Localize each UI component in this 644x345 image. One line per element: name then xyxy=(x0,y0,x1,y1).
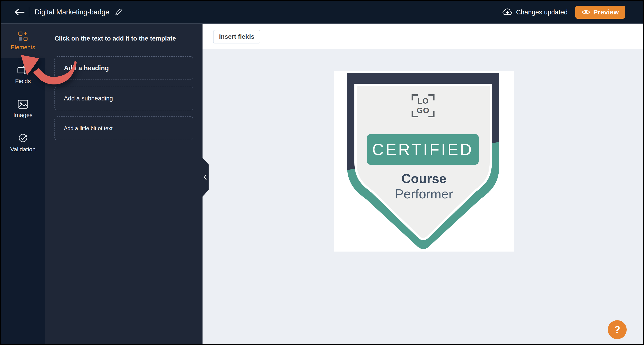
help-button[interactable]: ? xyxy=(608,320,627,339)
sidebar: Elements Fields Images Validation xyxy=(1,24,45,345)
add-subheading-option[interactable]: Add a subheading xyxy=(54,87,193,110)
add-subheading-label: Add a subheading xyxy=(64,95,113,102)
badge-banner[interactable]: CERTIFIED xyxy=(367,134,478,165)
cloud-upload-icon xyxy=(502,8,512,16)
image-icon xyxy=(18,100,28,109)
save-status: Changes updated xyxy=(502,8,568,16)
badge-banner-text: CERTIFIED xyxy=(372,140,474,159)
elements-panel: Click on the text to add it to the templ… xyxy=(45,24,202,345)
topbar-right-group: Changes updated Preview xyxy=(502,6,643,19)
sidebar-item-images[interactable]: Images xyxy=(1,92,45,126)
sidebar-item-fields[interactable]: Fields xyxy=(1,58,45,92)
field-text-cursor-icon xyxy=(17,66,28,75)
logo-line2: GO xyxy=(412,106,434,115)
save-status-label: Changes updated xyxy=(516,9,568,16)
insert-fields-button[interactable]: Insert fields xyxy=(213,30,260,44)
sidebar-item-validation[interactable]: Validation xyxy=(1,126,45,160)
design-canvas[interactable]: LO GO CERTIFIED Course Performer xyxy=(202,49,644,345)
sidebar-item-label: Elements xyxy=(11,44,35,51)
panel-heading: Click on the text to add it to the templ… xyxy=(54,35,176,42)
edit-title-button[interactable] xyxy=(114,8,122,16)
arrow-left-icon xyxy=(14,9,24,16)
topbar-bottom-border xyxy=(1,24,643,24)
badge-template[interactable]: LO GO CERTIFIED Course Performer xyxy=(334,71,514,251)
badge-editor-window: Digital Marketing-badge Changes updated xyxy=(0,0,644,345)
badge-title-text[interactable]: Course xyxy=(334,171,514,186)
elements-grid-plus-icon xyxy=(18,31,28,41)
badge-subtitle-text[interactable]: Performer xyxy=(334,187,514,201)
pencil-icon xyxy=(114,8,122,16)
sidebar-item-elements[interactable]: Elements xyxy=(1,24,45,58)
check-circle-icon xyxy=(18,133,28,143)
sidebar-item-label: Images xyxy=(13,112,32,119)
add-heading-label: Add a heading xyxy=(64,64,109,72)
top-bar: Digital Marketing-badge Changes updated xyxy=(1,1,643,24)
preview-button[interactable]: Preview xyxy=(575,6,625,19)
topbar-divider xyxy=(29,7,29,17)
chevron-left-icon xyxy=(203,174,207,180)
panel-collapse-handle[interactable] xyxy=(202,158,208,197)
logo-placeholder-text: LO GO xyxy=(412,96,434,115)
sidebar-item-label: Validation xyxy=(10,146,36,153)
canvas-toolbar: Insert fields xyxy=(202,24,644,49)
preview-button-label: Preview xyxy=(593,8,619,16)
back-button[interactable] xyxy=(14,8,25,17)
logo-placeholder[interactable]: LO GO xyxy=(412,94,434,117)
template-title: Digital Marketing-badge xyxy=(35,8,109,16)
add-text-label: Add a little bit of text xyxy=(64,125,112,132)
add-text-option[interactable]: Add a little bit of text xyxy=(54,116,193,140)
logo-line1: LO xyxy=(412,96,434,106)
add-heading-option[interactable]: Add a heading xyxy=(54,56,193,80)
eye-icon xyxy=(582,9,590,15)
sidebar-item-label: Fields xyxy=(15,78,30,85)
